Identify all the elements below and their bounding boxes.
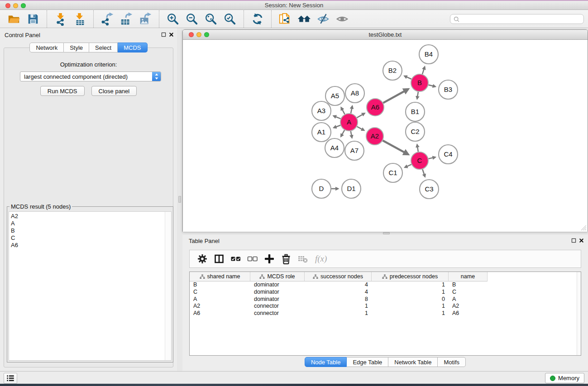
- table-cell[interactable]: dominator: [250, 296, 305, 303]
- network-minimize-button[interactable]: [196, 32, 201, 37]
- edge-A-A2[interactable]: [357, 127, 364, 131]
- table-cell[interactable]: 8: [305, 296, 372, 303]
- edge-A2-C[interactable]: [383, 141, 408, 155]
- node-B[interactable]: B: [411, 74, 428, 91]
- select-all-columns-icon[interactable]: [229, 253, 242, 265]
- node-D[interactable]: D: [312, 179, 331, 198]
- export-table-icon[interactable]: [118, 11, 134, 27]
- edge-A-A3[interactable]: [334, 116, 341, 119]
- node-B3[interactable]: B3: [439, 80, 458, 99]
- edge-A-A8[interactable]: [351, 106, 352, 113]
- edge-A6-B[interactable]: [383, 89, 408, 103]
- table-cell[interactable]: 4: [305, 289, 372, 296]
- table-row[interactable]: A6connector11A6: [190, 310, 581, 317]
- node-C4[interactable]: C4: [439, 145, 458, 164]
- export-image-icon[interactable]: [137, 11, 153, 27]
- node-A6[interactable]: A6: [367, 99, 384, 116]
- float-panel-icon[interactable]: [160, 31, 167, 38]
- column-header-MCDS-role[interactable]: MCDS role: [250, 272, 305, 281]
- table-close-panel-icon[interactable]: [578, 237, 585, 244]
- close-panel-button[interactable]: Close panel: [91, 86, 137, 96]
- deselect-all-columns-icon[interactable]: [246, 253, 259, 265]
- table-cell[interactable]: 0: [372, 296, 449, 303]
- edge-A-A7[interactable]: [351, 131, 352, 138]
- horizontal-splitter[interactable]: [182, 232, 588, 235]
- zoom-window-button[interactable]: [21, 3, 26, 8]
- table-cell[interactable]: 1: [305, 303, 372, 310]
- search-box[interactable]: [450, 14, 584, 24]
- network-close-button[interactable]: [189, 32, 194, 37]
- memory-button[interactable]: Memory: [545, 373, 584, 383]
- table-cell[interactable]: 1: [305, 310, 372, 317]
- tab-node-table[interactable]: Node Table: [305, 357, 347, 367]
- table-cell[interactable]: 1: [372, 289, 449, 296]
- result-item[interactable]: A6: [9, 242, 171, 249]
- node-C3[interactable]: C3: [420, 180, 439, 199]
- edge-C-C3[interactable]: [422, 169, 425, 177]
- tab-motifs[interactable]: Motifs: [438, 357, 466, 367]
- node-A[interactable]: A: [340, 114, 358, 131]
- node-C2[interactable]: C2: [406, 122, 425, 141]
- column-header-successor-nodes[interactable]: successor nodes: [305, 272, 372, 281]
- tab-style[interactable]: Style: [64, 43, 89, 52]
- home-icon[interactable]: [296, 11, 312, 27]
- table-cell[interactable]: 4: [305, 281, 372, 289]
- edge-C-C4[interactable]: [429, 157, 435, 158]
- result-item[interactable]: A2: [9, 213, 171, 220]
- table-cell[interactable]: connector: [250, 310, 305, 317]
- node-A1[interactable]: A1: [312, 123, 331, 142]
- table-cell[interactable]: B: [190, 281, 250, 289]
- criterion-select[interactable]: largest connected component (directed): [20, 71, 161, 81]
- table-cell[interactable]: A: [190, 296, 250, 303]
- table-settings-icon[interactable]: [196, 253, 209, 265]
- network-canvas[interactable]: AA1A2A3A4A5A6A7A8BB1B2B3B4CC1C2C3C4DD1: [183, 40, 588, 232]
- edge-A-A6[interactable]: [357, 113, 364, 118]
- node-D1[interactable]: D1: [342, 179, 361, 198]
- result-list-scrollbar[interactable]: [165, 212, 171, 360]
- node-C1[interactable]: C1: [383, 163, 402, 182]
- table-cell[interactable]: A6: [190, 310, 250, 317]
- table-cell[interactable]: A2: [190, 303, 250, 310]
- run-mcds-button[interactable]: Run MCDS: [40, 86, 85, 96]
- edge-B-B4[interactable]: [422, 67, 425, 74]
- table-cell[interactable]: C: [449, 289, 488, 296]
- delete-columns-icon[interactable]: [280, 253, 292, 265]
- hide-graphics-icon[interactable]: [315, 11, 331, 27]
- zoom-fit-icon[interactable]: [203, 11, 219, 27]
- table-cell[interactable]: A2: [449, 303, 488, 310]
- table-cell[interactable]: 1: [372, 310, 449, 317]
- column-header-predecessor-nodes[interactable]: predecessor nodes: [372, 272, 449, 281]
- table-cell[interactable]: dominator: [250, 289, 305, 296]
- edge-A-A1[interactable]: [334, 125, 340, 128]
- table-row[interactable]: Bdominator41B: [190, 281, 581, 289]
- tab-network[interactable]: Network: [29, 43, 64, 52]
- table-float-panel-icon[interactable]: [570, 237, 577, 244]
- zoom-selected-icon[interactable]: [222, 11, 238, 27]
- resize-grip-icon[interactable]: [581, 225, 587, 231]
- node-A8[interactable]: A8: [345, 84, 364, 103]
- edge-B-B1[interactable]: [417, 92, 418, 99]
- save-session-icon[interactable]: [25, 11, 41, 27]
- new-network-from-file-icon[interactable]: [277, 11, 293, 27]
- show-columns-icon[interactable]: [213, 253, 225, 265]
- table-row[interactable]: A2connector11A2: [190, 303, 581, 310]
- table-cell[interactable]: C: [190, 289, 250, 296]
- node-A3[interactable]: A3: [312, 101, 331, 120]
- node-A4[interactable]: A4: [325, 138, 344, 157]
- apply-function-icon[interactable]: f(x): [313, 253, 329, 265]
- close-window-button[interactable]: [5, 3, 10, 8]
- add-column-icon[interactable]: [263, 253, 276, 265]
- edge-B-B2[interactable]: [404, 76, 411, 79]
- edge-A-A4[interactable]: [341, 130, 344, 136]
- column-header-shared-name[interactable]: shared name: [190, 272, 250, 281]
- result-item[interactable]: A: [9, 220, 171, 227]
- edge-C-C2[interactable]: [417, 145, 418, 152]
- node-A2[interactable]: A2: [366, 128, 383, 145]
- table-cell[interactable]: dominator: [250, 281, 305, 289]
- node-A5[interactable]: A5: [325, 86, 344, 105]
- task-history-button[interactable]: [4, 373, 17, 384]
- node-B2[interactable]: B2: [383, 61, 402, 80]
- table-cell[interactable]: 1: [372, 281, 449, 289]
- minimize-window-button[interactable]: [13, 3, 18, 8]
- node-B1[interactable]: B1: [406, 102, 425, 121]
